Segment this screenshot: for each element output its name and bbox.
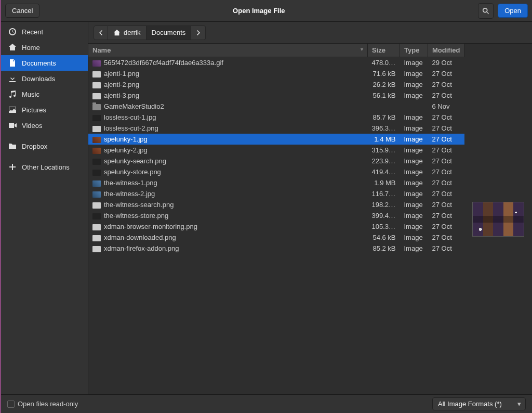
path-forward-button[interactable] (191, 25, 206, 40)
column-header-name[interactable]: Name▾ (88, 44, 368, 57)
preview-thumbnail (472, 202, 524, 237)
table-row[interactable]: spelunky-2.jpg315.9 kBImage27 Oct (88, 145, 464, 156)
cell-name: xdman-browser-monitoring.png (88, 221, 368, 232)
file-table-scroll[interactable]: Name▾ Size Type Modified 565f472d3df667c… (88, 44, 464, 394)
cell-name: the-witness-search.png (88, 199, 368, 210)
file-name: ajenti-3.png (104, 92, 139, 99)
sidebar-item-recent[interactable]: Recent (1, 24, 88, 40)
column-header-size[interactable]: Size (368, 44, 400, 57)
cell-size: 1.4 MB (368, 134, 400, 145)
cell-size: 116.7 kB (368, 188, 400, 199)
file-icon (92, 71, 101, 78)
picture-icon (8, 106, 17, 114)
file-name: spelunky-1.jpg (104, 135, 148, 143)
file-icon (92, 60, 101, 67)
readonly-checkbox[interactable] (7, 401, 15, 408)
cell-modified: 6 Nov (428, 101, 464, 112)
cell-name: spelunky-store.png (88, 166, 368, 177)
file-filter-value: All Image Formats (*) (438, 400, 502, 408)
cell-modified: 27 Oct (428, 232, 464, 243)
cell-size: 396.3 kB (368, 123, 400, 134)
cell-name: 565f472d3df667cf4adf74fdae6a333a.gif (88, 57, 368, 69)
table-row[interactable]: lossless-cut-1.jpg85.7 kBImage27 Oct (88, 112, 464, 123)
cell-type: Image (400, 79, 428, 90)
path-current[interactable]: Documents (147, 25, 192, 40)
table-row[interactable]: spelunky-store.png419.4 kBImage27 Oct (88, 166, 464, 177)
cell-name: GameMakerStudio2 (88, 101, 368, 112)
sidebar-item-documents[interactable]: Documents (1, 55, 88, 71)
table-row[interactable]: GameMakerStudio26 Nov (88, 101, 464, 112)
sort-indicator-icon: ▾ (361, 46, 363, 52)
table-row[interactable]: the-witness-search.png198.2 kBImage27 Oc… (88, 199, 464, 210)
cancel-button[interactable]: Cancel (5, 4, 39, 18)
cell-type: Image (400, 221, 428, 232)
file-icon (92, 213, 101, 220)
cell-type: Image (400, 68, 428, 79)
cell-modified: 27 Oct (428, 199, 464, 210)
file-name: spelunky-2.jpg (104, 146, 148, 154)
table-row[interactable]: spelunky-1.jpg1.4 MBImage27 Oct (88, 134, 464, 145)
cell-modified: 27 Oct (428, 123, 464, 134)
cell-size (368, 101, 400, 112)
cell-size: 56.1 kB (368, 90, 400, 101)
cell-type: Image (400, 210, 428, 221)
sidebar-item-dropbox[interactable]: Dropbox (1, 138, 88, 154)
sidebar-item-pictures[interactable]: Pictures (1, 102, 88, 118)
table-row[interactable]: ajenti-2.png26.2 kBImage27 Oct (88, 79, 464, 90)
cell-type: Image (400, 123, 428, 134)
file-name: 565f472d3df667cf4adf74fdae6a333a.gif (104, 59, 223, 67)
column-header-type[interactable]: Type (400, 44, 428, 57)
cell-type: Image (400, 134, 428, 145)
readonly-checkbox-label[interactable]: Open files read-only (7, 400, 78, 408)
file-name: lossless-cut-2.png (104, 124, 158, 132)
cell-modified: 27 Oct (428, 90, 464, 101)
open-button[interactable]: Open (498, 4, 528, 18)
path-home[interactable]: derrik (108, 25, 147, 40)
cell-name: the-witness-store.png (88, 210, 368, 221)
sidebar-item-other-locations[interactable]: Other Locations (1, 159, 88, 175)
column-header-modified[interactable]: Modified (428, 44, 464, 57)
path-back-button[interactable] (94, 25, 108, 40)
sidebar-item-downloads[interactable]: Downloads (1, 71, 88, 86)
table-row[interactable]: xdman-browser-monitoring.png105.3 kBImag… (88, 221, 464, 232)
sidebar-item-videos[interactable]: Videos (1, 118, 88, 133)
table-row[interactable]: xdman-firefox-addon.png85.2 kBImage27 Oc… (88, 243, 464, 254)
table-row[interactable]: lossless-cut-2.png396.3 kBImage27 Oct (88, 123, 464, 134)
file-icon (92, 104, 101, 110)
cell-name: the-witness-1.png (88, 177, 368, 188)
cell-size: 26.2 kB (368, 79, 400, 90)
table-row[interactable]: ajenti-1.png71.6 kBImage27 Oct (88, 68, 464, 79)
file-icon (92, 115, 101, 121)
table-row[interactable]: the-witness-1.png1.9 MBImage27 Oct (88, 177, 464, 188)
cell-name: spelunky-2.jpg (88, 145, 368, 156)
sidebar-item-label: Home (22, 44, 40, 51)
cell-name: lossless-cut-2.png (88, 123, 368, 134)
cell-name: ajenti-2.png (88, 79, 368, 90)
cell-type: Image (400, 156, 428, 166)
cell-type: Image (400, 243, 428, 254)
cell-size: 478.0 kB (368, 57, 400, 69)
table-row[interactable]: the-witness-2.jpg116.7 kBImage27 Oct (88, 188, 464, 199)
cell-name: ajenti-1.png (88, 68, 368, 79)
cell-size: 54.6 kB (368, 232, 400, 243)
cell-type: Image (400, 199, 428, 210)
table-row[interactable]: 565f472d3df667cf4adf74fdae6a333a.gif478.… (88, 57, 464, 69)
table-row[interactable]: xdman-downloaded.png54.6 kBImage27 Oct (88, 232, 464, 243)
table-row[interactable]: the-witness-store.png399.4 kBImage27 Oct (88, 210, 464, 221)
file-name: the-witness-2.jpg (104, 190, 155, 198)
table-row[interactable]: ajenti-3.png56.1 kBImage27 Oct (88, 90, 464, 101)
file-icon (92, 82, 101, 88)
titlebar: Cancel Open Image File Open (1, 0, 532, 22)
cell-modified: 27 Oct (428, 177, 464, 188)
sidebar: RecentHomeDocumentsDownloadsMusicPicture… (1, 22, 88, 394)
preview-pane (464, 44, 532, 394)
table-row[interactable]: spelunky-search.png223.9 kBImage27 Oct (88, 156, 464, 166)
cell-type: Image (400, 232, 428, 243)
music-icon (8, 90, 17, 98)
search-button[interactable] (478, 3, 494, 19)
sidebar-item-music[interactable]: Music (1, 86, 88, 102)
file-icon (92, 93, 101, 99)
file-filter-dropdown[interactable]: All Image Formats (*) (432, 397, 526, 410)
cell-size: 315.9 kB (368, 145, 400, 156)
sidebar-item-home[interactable]: Home (1, 40, 88, 55)
